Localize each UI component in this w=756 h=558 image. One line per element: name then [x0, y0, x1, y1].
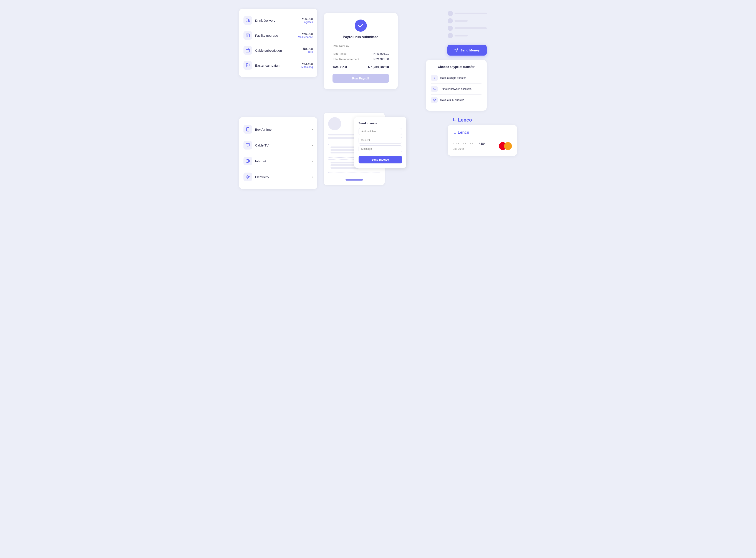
send-invoice-modal: Send invoice Send invoice: [354, 117, 406, 168]
lenco-card-logo: Lenco: [453, 130, 512, 135]
expense-amount-cable: - ₦8,900: [301, 47, 313, 51]
transfer-option-single[interactable]: Make a single transfer ›: [431, 73, 482, 83]
bill-name-internet: Internet: [255, 159, 312, 163]
avatar-circle: [328, 117, 341, 130]
between-accounts-icon: [431, 86, 438, 92]
payroll-row-reimbursement: Total Reimbursement N 21,341.38: [333, 57, 389, 61]
expense-category-facility: Maintenance: [298, 35, 313, 39]
invoice-recipient-input[interactable]: [359, 128, 402, 135]
skel-circle-2: [447, 18, 453, 23]
payroll-success-icon: [355, 20, 367, 32]
svg-marker-9: [433, 99, 436, 100]
run-payroll-button[interactable]: Run Payroll: [333, 74, 389, 83]
expense-category-cable: Bills: [301, 51, 313, 54]
lenco-logo-top: Lenco: [452, 117, 517, 123]
chevron-cable: ›: [312, 143, 313, 147]
expense-item-cable: Cable subscription - ₦8,900 Bills: [243, 43, 313, 58]
bill-item-internet[interactable]: Internet ›: [243, 153, 313, 169]
bills-card: Buy Airtime › Cable TV › Internet: [239, 117, 317, 189]
bill-name-airtime: Buy Airtime: [255, 128, 312, 131]
send-icon: [454, 48, 458, 52]
bill-name-electricity: Electricity: [255, 175, 312, 179]
expense-name-facility: Facility upgrade: [255, 34, 298, 37]
mc-orange-circle: [504, 142, 512, 150]
bill-item-cable[interactable]: Cable TV ›: [243, 137, 313, 153]
building-icon: [243, 31, 252, 40]
top-right-area: Send Money Choose a type of transfer Mak…: [404, 9, 487, 111]
tv-icon: [243, 46, 252, 55]
bill-name-cable: Cable TV: [255, 144, 312, 147]
page-wrapper: Drink Delivery - ₦25,000 Logistics Facil…: [239, 9, 517, 189]
expense-category-easter: Marketing: [300, 66, 313, 69]
transfer-option-bulk[interactable]: Make a bulk transfer ›: [431, 95, 482, 105]
chevron-airtime: ›: [312, 127, 313, 131]
invoice-bg-wrapper: Send invoice Send invoice: [324, 113, 389, 185]
expense-item-easter: Easter campaign - ₦73,600 Marketing: [243, 58, 313, 73]
single-transfer-icon: [431, 75, 438, 81]
lenco-card-dots: ···· ···· ····: [453, 141, 477, 146]
svg-point-1: [246, 21, 247, 22]
skeleton-list: [447, 9, 487, 41]
payroll-row-netpay: Total Net Pay: [333, 44, 389, 48]
invoice-message-input[interactable]: [359, 146, 402, 152]
top-row: Drink Delivery - ₦25,000 Logistics Facil…: [239, 9, 517, 111]
lenco-card-last4: 4384: [479, 142, 486, 146]
send-invoice-button[interactable]: Send invoice: [359, 156, 402, 163]
expense-name-cable: Cable subscription: [255, 49, 301, 52]
payroll-submitted-title: Payroll run submitted: [333, 35, 389, 39]
payroll-row-taxes: Total Taxes N 41,876.21: [333, 52, 389, 55]
expense-category-drink: Logistics: [300, 21, 313, 24]
chevron-right-icon-3: ›: [481, 99, 482, 102]
svg-rect-4: [246, 50, 249, 52]
monitor-icon: [243, 141, 252, 150]
skel-bar-1: [455, 12, 487, 14]
svg-marker-17: [246, 175, 249, 179]
lenco-area: Lenco Lenco ···· ···· ···· 4384 Exp: [447, 117, 517, 156]
send-invoice-title: Send invoice: [359, 122, 402, 125]
send-money-button[interactable]: Send Money: [447, 45, 486, 55]
svg-point-2: [248, 21, 249, 22]
bulk-transfer-icon: [431, 97, 438, 103]
svg-rect-0: [246, 19, 248, 21]
skel-bar-2: [455, 20, 468, 22]
expense-amount-drink: - ₦25,000: [300, 17, 313, 21]
transfer-option-between[interactable]: Transfer between accounts ›: [431, 83, 482, 95]
globe-icon: [243, 157, 252, 166]
lenco-logo-icon-top: [452, 118, 457, 122]
bottom-row: Buy Airtime › Cable TV › Internet: [239, 117, 517, 189]
skel-circle-4: [447, 33, 453, 38]
lenco-card-number-area: ···· ···· ···· 4384 Exp 06/25: [453, 141, 512, 151]
invoice-card-area: Send invoice Send invoice: [324, 113, 441, 185]
expenses-card: Drink Delivery - ₦25,000 Logistics Facil…: [239, 9, 317, 77]
transfer-opt-label-single: Make a single transfer: [440, 76, 481, 79]
mastercard-icon: [499, 142, 512, 150]
invoice-subject-input[interactable]: [359, 137, 402, 144]
skel-circle-3: [447, 26, 453, 31]
skel-circle-1: [447, 11, 453, 16]
payroll-total-row: Total Cost N 1,203,982.98: [333, 65, 389, 69]
expense-amount-easter: - ₦73,600: [300, 62, 313, 66]
chevron-right-icon-1: ›: [481, 76, 482, 79]
chevron-right-icon-2: ›: [481, 87, 482, 91]
lenco-card-expiry: Exp 06/25: [453, 147, 465, 150]
expense-amount-facility: - ₦55,000: [298, 32, 313, 35]
svg-rect-3: [246, 34, 249, 37]
svg-rect-12: [246, 144, 249, 146]
invoice-total-bar: [345, 179, 363, 181]
transfer-card: Choose a type of transfer Make a single …: [426, 60, 487, 111]
skel-bar-4: [455, 35, 468, 36]
bill-item-airtime[interactable]: Buy Airtime ›: [243, 122, 313, 137]
expense-item-facility: Facility upgrade - ₦55,000 Maintenance: [243, 28, 313, 43]
expense-item-drink-delivery: Drink Delivery - ₦25,000 Logistics: [243, 13, 313, 28]
chevron-electricity: ›: [312, 175, 313, 179]
flag-icon: [243, 61, 252, 70]
bill-item-electricity[interactable]: Electricity ›: [243, 169, 313, 185]
transfer-opt-label-bulk: Make a bulk transfer: [440, 99, 481, 102]
lenco-card-logo-icon: [453, 131, 457, 134]
transfer-title: Choose a type of transfer: [431, 65, 482, 69]
chevron-internet: ›: [312, 159, 313, 163]
expense-name-drink: Drink Delivery: [255, 19, 300, 22]
zap-icon: [243, 173, 252, 181]
expense-name-easter: Easter campaign: [255, 64, 300, 67]
truck-icon: [243, 16, 252, 25]
